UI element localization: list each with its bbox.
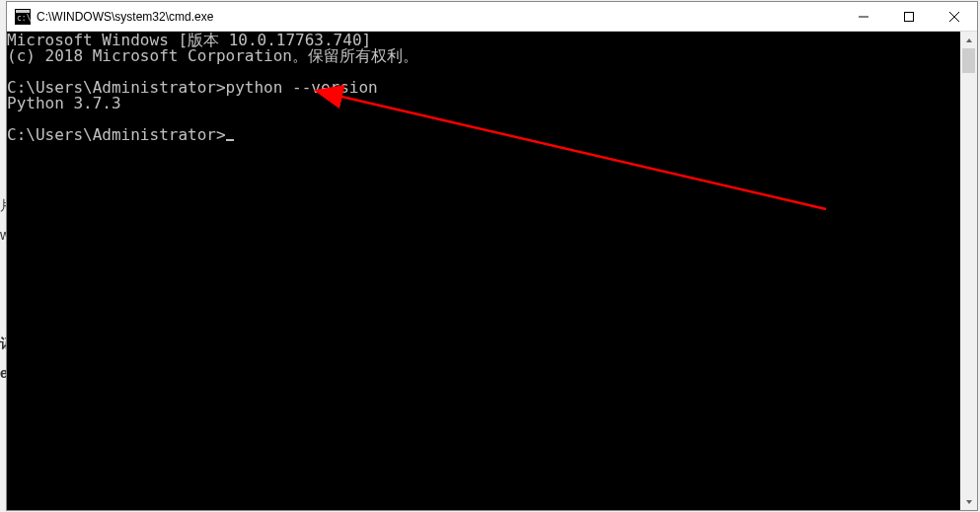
scroll-down-button[interactable] xyxy=(960,493,977,510)
close-button[interactable] xyxy=(932,2,977,31)
terminal-area: Microsoft Windows [版本 10.0.17763.740] (c… xyxy=(7,32,977,510)
cmd-window: c:\ C:\WINDOWS\system32\cmd.exe Microsof… xyxy=(6,1,978,511)
vertical-scrollbar[interactable] xyxy=(960,32,977,510)
svg-marker-7 xyxy=(966,38,972,42)
cmd-icon: c:\ xyxy=(15,9,31,25)
terminal-command: python --version xyxy=(226,78,378,97)
svg-text:c:\: c:\ xyxy=(17,14,31,23)
titlebar[interactable]: c:\ C:\WINDOWS\system32\cmd.exe xyxy=(7,2,977,32)
terminal-prompt: C:\Users\Administrator> xyxy=(7,125,226,144)
scroll-thumb[interactable] xyxy=(962,48,975,73)
maximize-button[interactable] xyxy=(886,2,932,31)
window-title: C:\WINDOWS\system32\cmd.exe xyxy=(37,10,841,24)
svg-marker-8 xyxy=(966,500,972,504)
cursor xyxy=(226,139,234,141)
minimize-button[interactable] xyxy=(841,2,886,31)
terminal-line: (c) 2018 Microsoft Corporation。保留所有权利。 xyxy=(7,46,418,65)
window-controls xyxy=(841,2,977,31)
scroll-up-button[interactable] xyxy=(960,32,977,48)
terminal-output-line: Python 3.7.3 xyxy=(7,94,121,112)
svg-rect-1 xyxy=(16,10,30,13)
terminal-output[interactable]: Microsoft Windows [版本 10.0.17763.740] (c… xyxy=(7,32,960,510)
svg-rect-4 xyxy=(905,12,914,21)
scroll-track[interactable] xyxy=(960,48,977,493)
